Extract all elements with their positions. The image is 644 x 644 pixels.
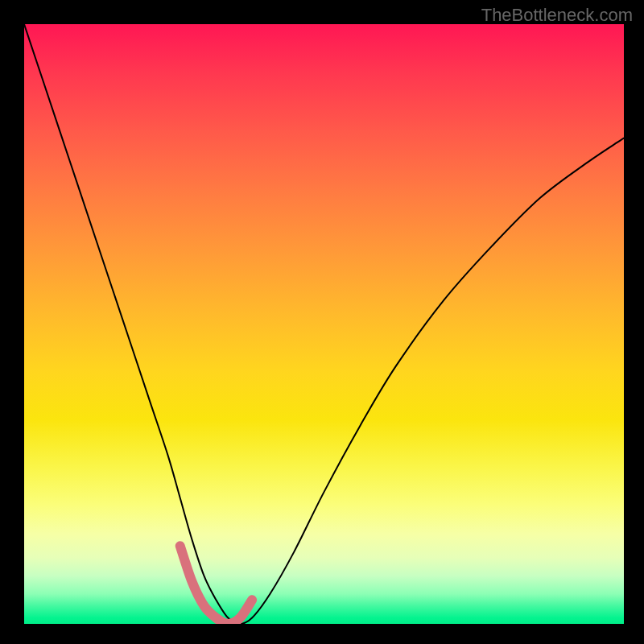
- watermark-text: TheBottleneck.com: [481, 5, 633, 26]
- chart-area: [24, 24, 624, 624]
- chart-svg: [24, 24, 624, 624]
- dip-highlight: [180, 546, 252, 624]
- bottleneck-curve: [24, 24, 624, 624]
